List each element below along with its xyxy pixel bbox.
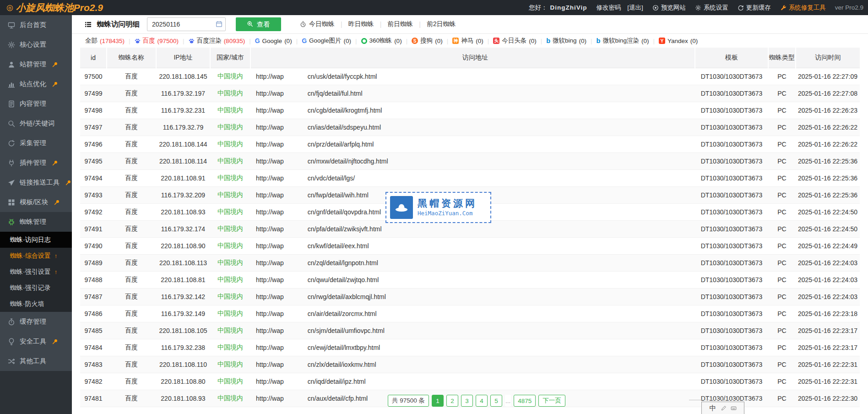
page-button-2[interactable]: 2 (446, 395, 458, 407)
table-row: 97487 百度 116.179.32.142 中国境内 http://wapc… (80, 289, 860, 305)
cell-spider-type: PC (768, 153, 796, 170)
cell-visit-url: http://wapcn/usk/detail/fyccpk.html (250, 68, 695, 85)
column-header-ip: IP地址 (156, 48, 210, 68)
page-button-last[interactable]: 4875 (514, 395, 536, 407)
page-button-5[interactable]: 5 (490, 395, 502, 407)
cell-spider-name: 百度 (107, 373, 156, 390)
page-button-1[interactable]: 1 (432, 395, 444, 407)
cell-visit-url: http://wapcn/rwg/detail/axblcmqjl.html (250, 289, 695, 305)
cell-spider-name: 百度 (107, 390, 156, 407)
wrench-icon (780, 5, 787, 11)
sidebar-item-security-tools[interactable]: 安全工具 (0, 332, 72, 351)
cell-spider-type: PC (768, 272, 796, 289)
cell-spider-name: 百度 (107, 153, 156, 170)
ime-lang-indicator: 中 (710, 404, 716, 413)
cell-id: 97500 (80, 68, 107, 85)
sidebar-item-spider-force-settings[interactable]: 蜘蛛·强引设置 ↑ (0, 264, 72, 280)
logo-swirl-icon: ◎ (6, 3, 13, 12)
table-row: 97489 百度 220.181.108.113 中国境内 http://wap… (80, 255, 860, 272)
cell-country: 中国境内 (210, 136, 250, 153)
watermark-title: 黑帽资源网 (418, 198, 477, 208)
filter-google-images[interactable]: G Google图片(0) (298, 37, 355, 45)
cell-spider-type: PC (768, 322, 796, 339)
update-cache-link[interactable]: 更新缓存 (738, 4, 771, 12)
view-button[interactable]: 查看 (236, 17, 281, 31)
sidebar-item-other-tools[interactable]: 其他工具 (0, 351, 72, 371)
today-spider-link[interactable]: 今日蜘蛛 (294, 20, 341, 28)
cell-country: 中国境内 (210, 356, 250, 373)
sidebar-item-dashboard[interactable]: 后台首页 (0, 15, 72, 35)
cell-spider-type: PC (768, 170, 796, 187)
cell-template: DT1030/1030DT3673 (695, 136, 768, 153)
cell-visit-time: 2025-01-16 22:26:23 (796, 102, 860, 119)
filter-bing[interactable]: b 微软bing(0) (542, 37, 591, 45)
pen-icon (721, 405, 727, 411)
pin-icon (52, 338, 58, 345)
system-settings-link[interactable]: 系统设置 (695, 4, 728, 12)
cell-visit-url: http://wapcn/ias/detail/sdspeyu.html (250, 119, 695, 136)
page-button-4[interactable]: 4 (476, 395, 488, 407)
ime-toolbar[interactable]: 中 (701, 402, 744, 414)
next-page-button[interactable]: 下一页 (538, 395, 565, 407)
pagination: 共 97500 条12345...4875下一页 (388, 395, 565, 407)
two-days-ago-spider-link[interactable]: 前2日蜘蛛 (421, 20, 462, 28)
logout-link: [退出] (627, 4, 643, 12)
watermark-subtitle: HeiMaoZiYuan.Com (418, 210, 477, 217)
cell-visit-time: 2025-01-16 22:26:22 (796, 119, 860, 136)
cell-visit-time: 2025-01-16 22:24:03 (796, 272, 860, 289)
sidebar-item-spider-manage[interactable]: 蜘蛛管理 (0, 212, 72, 232)
system-repair-tool-link[interactable]: 系统修复工具 (780, 4, 826, 12)
filter-baidu-render[interactable]: 百度渲染(80935) (184, 37, 250, 45)
sidebar-item-core-settings[interactable]: 核心设置 (0, 35, 72, 54)
sidebar-item-site-optimize[interactable]: 站点优化 (0, 74, 72, 94)
cell-template: DT1030/1030DT3673 (695, 85, 768, 102)
sidebar-item-plugin-manage[interactable]: 插件管理 (0, 153, 72, 173)
cell-spider-type: PC (768, 305, 796, 322)
cell-country: 中国境内 (210, 170, 250, 187)
change-password-link[interactable]: 修改密码 [退出] (596, 4, 643, 12)
sidebar-item-template-blocks[interactable]: 模板/区块 (0, 192, 72, 212)
sidebar-item-content-manage[interactable]: 内容管理 (0, 94, 72, 114)
sidebar-item-links-keywords[interactable]: 外链/关键词 (0, 114, 72, 133)
app-logo: ◎ 小旋风蜘蛛池Pro2.9 (6, 1, 103, 14)
cell-template: DT1030/1030DT3673 (695, 272, 768, 289)
date-input[interactable] (147, 17, 226, 31)
yandex-icon: Y (659, 38, 665, 44)
day-before-spider-link[interactable]: 前日蜘蛛 (381, 20, 419, 28)
calendar-icon[interactable] (216, 21, 222, 27)
cell-visit-time: 2025-01-16 22:27:08 (796, 85, 860, 102)
cell-spider-name: 百度 (107, 255, 156, 272)
filter-yandex[interactable]: Y Yandex(0) (655, 38, 702, 44)
cell-ip: 116.179.32.238 (156, 339, 210, 356)
cell-spider-type: PC (768, 339, 796, 356)
sogou-icon: S (412, 38, 418, 44)
sidebar-item-spider-visit-log[interactable]: 蜘蛛·访问日志 (0, 232, 72, 248)
sidebar-item-spider-firewall[interactable]: 蜘蛛·防火墙 (0, 296, 72, 312)
spider-log-table: id蜘蛛名称IP地址国家/城市访问地址模板蜘蛛类型访问时间 97500 百度 2… (80, 48, 860, 407)
filter-all[interactable]: 全部(178435) (81, 37, 129, 45)
filter-bing-render[interactable]: b 微软bing渲染(0) (592, 37, 653, 45)
filter-shenma[interactable]: 神 神马(0) (448, 37, 488, 45)
cell-visit-time: 2025-01-16 22:23:17 (796, 339, 860, 356)
filter-google[interactable]: G Google(0) (251, 37, 296, 44)
filter-sogou[interactable]: S 搜狗(0) (407, 37, 447, 45)
cell-ip: 116.179.32.149 (156, 305, 210, 322)
filter-toutiao[interactable]: 头 今日头条(0) (489, 37, 541, 45)
sidebar-item-cache-manage[interactable]: 缓存管理 (0, 312, 72, 332)
sidebar-item-link-push-tool[interactable]: 链接推送工具 (0, 173, 72, 192)
cell-id: 97494 (80, 170, 107, 187)
sidebar-item-site-group[interactable]: 站群管理 (0, 54, 72, 74)
sidebar-item-spider-general-settings[interactable]: 蜘蛛·综合设置 ↑ (0, 248, 72, 264)
column-header-visit-time: 访问时间 (796, 48, 860, 68)
page-button-3[interactable]: 3 (461, 395, 473, 407)
sidebar-item-collect-manage[interactable]: 采集管理 (0, 133, 72, 153)
quick-links: 今日蜘蛛| 昨日蜘蛛| 前日蜘蛛| 前2日蜘蛛 (294, 20, 462, 28)
filter-baidu[interactable]: 百度(97500) (130, 37, 183, 45)
filter-360-spider[interactable]: 360蜘蛛(0) (357, 37, 406, 45)
sidebar-item-spider-force-records[interactable]: 蜘蛛·强引记录 (0, 280, 72, 296)
cell-visit-url: http://wapcn/pfa/detail/zwiksjvft.html (250, 221, 695, 238)
yesterday-spider-link[interactable]: 昨日蜘蛛 (342, 20, 380, 28)
preview-icon (652, 5, 659, 11)
preview-site-link[interactable]: 预览网站 (652, 4, 686, 12)
up-arrow-icon: ↑ (54, 268, 58, 275)
